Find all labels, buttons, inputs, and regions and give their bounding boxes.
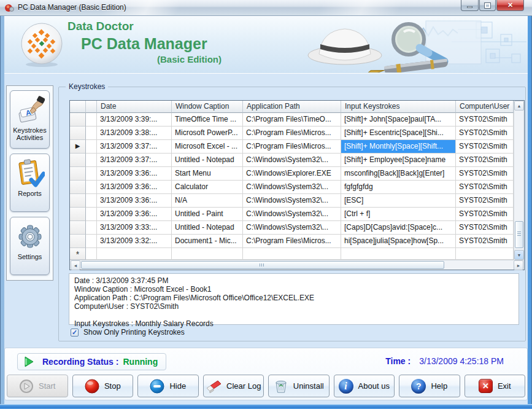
- start-button[interactable]: Start: [7, 375, 68, 397]
- table-cell[interactable]: [97, 248, 172, 260]
- table-cell[interactable]: [86, 235, 97, 248]
- table-cell[interactable]: SYST02\Smith: [456, 113, 514, 127]
- table-cell[interactable]: [86, 154, 97, 167]
- hide-button[interactable]: Hide: [137, 375, 199, 397]
- row-selector[interactable]: [70, 181, 86, 194]
- table-row[interactable]: 3/13/2009 3:37:...Untitled - NotepadC:\W…: [70, 154, 514, 167]
- table-cell[interactable]: [341, 248, 456, 260]
- vertical-scrollbar[interactable]: ▲ ▼: [514, 101, 524, 260]
- table-cell[interactable]: [86, 248, 97, 260]
- clear-log-button[interactable]: Clear Log: [203, 375, 264, 397]
- horizontal-scrollbar[interactable]: ◄ ►: [70, 260, 524, 270]
- table-cell[interactable]: 3/13/2009 3:38:...: [97, 127, 172, 140]
- table-cell[interactable]: Untitled - Notepad: [172, 154, 243, 167]
- table-cell[interactable]: C:\Windows\System32\...: [243, 181, 341, 194]
- scroll-right-icon[interactable]: ►: [514, 260, 523, 270]
- uninstall-button[interactable]: Uninstall: [268, 375, 330, 397]
- table-cell[interactable]: [243, 248, 341, 260]
- table-cell[interactable]: SYST02\Smith: [456, 221, 514, 235]
- table-cell[interactable]: SYST02\Smith: [456, 140, 514, 154]
- table-cell[interactable]: [86, 221, 97, 235]
- table-cell[interactable]: [86, 127, 97, 140]
- column-header-input-keystrokes[interactable]: Input Keystrokes: [341, 101, 456, 113]
- table-cell[interactable]: 3/13/2009 3:33:...: [97, 221, 172, 235]
- table-cell[interactable]: 3/13/2009 3:36:...: [97, 194, 172, 208]
- table-row[interactable]: 3/13/2009 3:32:...Document1 - Mic...C:\P…: [70, 235, 514, 248]
- table-cell[interactable]: C:\Windows\Explorer.EXE: [243, 167, 341, 181]
- row-selector[interactable]: [70, 208, 86, 221]
- table-cell[interactable]: C:\Windows\System32\...: [243, 154, 341, 167]
- table-cell[interactable]: TimeOffice Time ...: [172, 113, 243, 127]
- table-cell[interactable]: 3/13/2009 3:37:...: [97, 140, 172, 154]
- sidebar-item-keystrokes-activities[interactable]: A Keystrokes Activities: [10, 90, 50, 149]
- table-cell[interactable]: [Shift]+ John[Space]paul[TA...: [341, 113, 456, 127]
- table-cell[interactable]: Microsoft PowerP...: [172, 127, 243, 140]
- scroll-left-icon[interactable]: ◄: [71, 260, 80, 270]
- help-button[interactable]: ? Help: [399, 375, 460, 397]
- sidebar-item-settings[interactable]: Settings: [10, 217, 50, 275]
- table-cell[interactable]: C:\Program Files\TimeO...: [243, 113, 341, 127]
- table-cell[interactable]: SYST02\Smith: [456, 235, 514, 248]
- table-cell[interactable]: [Shift]+ Employee[Space]name: [341, 154, 456, 167]
- table-cell[interactable]: hi[Space]julia[Space]how[Sp...: [341, 235, 456, 248]
- table-cell[interactable]: Microsoft Excel - ...: [172, 140, 243, 154]
- row-selector[interactable]: [70, 113, 86, 127]
- horizontal-scroll-thumb[interactable]: [81, 261, 444, 269]
- table-cell[interactable]: [172, 248, 243, 260]
- table-cell[interactable]: SYST02\Smith: [456, 127, 514, 140]
- table-row[interactable]: 3/13/2009 3:33:...Untitled - NotepadC:\W…: [70, 221, 514, 235]
- table-cell[interactable]: C:\Program Files\Micros...: [243, 235, 341, 248]
- table-cell[interactable]: Document1 - Mic...: [172, 235, 243, 248]
- scroll-down-icon[interactable]: ▼: [514, 250, 524, 260]
- row-selector[interactable]: [70, 167, 86, 181]
- row-selector[interactable]: [70, 194, 86, 208]
- column-header-date[interactable]: Date: [97, 101, 172, 113]
- table-cell[interactable]: [86, 167, 97, 181]
- table-cell[interactable]: [ESC]: [341, 194, 456, 208]
- table-cell[interactable]: 3/13/2009 3:36:...: [97, 208, 172, 221]
- table-cell[interactable]: fgfgfgfdg: [341, 181, 456, 194]
- table-cell[interactable]: msconfihg[Back][Back]g[Enter]: [341, 167, 456, 181]
- table-cell[interactable]: [86, 181, 97, 194]
- table-cell[interactable]: Start Menu: [172, 167, 243, 181]
- close-button[interactable]: ✕: [496, 0, 524, 11]
- table-cell[interactable]: 3/13/2009 3:39:...: [97, 113, 172, 127]
- table-row[interactable]: *: [70, 248, 514, 260]
- table-cell[interactable]: [Shift]+ Escentric[Space][Shi...: [341, 127, 456, 140]
- table-row[interactable]: 3/13/2009 3:36:...N/AC:\Windows\System32…: [70, 194, 514, 208]
- table-cell[interactable]: [Caps]D[Caps]avid:[Space]c...: [341, 221, 456, 235]
- table-cell[interactable]: Calculator: [172, 181, 243, 194]
- table-row[interactable]: ▶3/13/2009 3:37:...Microsoft Excel - ...…: [70, 140, 514, 154]
- table-cell[interactable]: C:\Program Files\Micros...: [243, 140, 341, 154]
- sidebar-item-reports[interactable]: Reports: [10, 154, 50, 212]
- table-cell[interactable]: [Shift]+ Monthly[Space][Shift...: [341, 140, 456, 154]
- maximize-button[interactable]: [479, 0, 496, 11]
- row-selector[interactable]: ▶: [70, 140, 86, 154]
- row-selector[interactable]: [70, 127, 86, 140]
- title-bar[interactable]: PC Data Manager (Basic Edition) ✕: [0, 0, 532, 16]
- row-selector[interactable]: [70, 235, 86, 248]
- table-cell[interactable]: SYST02\Smith: [456, 208, 514, 221]
- exit-button[interactable]: ✕ Exit: [465, 375, 526, 397]
- table-cell[interactable]: 3/13/2009 3:36:...: [97, 167, 172, 181]
- scroll-up-icon[interactable]: ▲: [514, 101, 524, 111]
- table-cell[interactable]: SYST02\Smith: [456, 194, 514, 208]
- vertical-scroll-thumb[interactable]: [515, 221, 523, 248]
- row-selector[interactable]: [70, 154, 86, 167]
- about-us-button[interactable]: i About us: [334, 375, 395, 397]
- table-cell[interactable]: SYST02\Smith: [456, 181, 514, 194]
- table-cell[interactable]: [86, 140, 97, 154]
- table-cell[interactable]: C:\Program Files\Micros...: [243, 127, 341, 140]
- table-row[interactable]: 3/13/2009 3:39:...TimeOffice Time ...C:\…: [70, 113, 514, 127]
- row-selector[interactable]: *: [70, 248, 86, 260]
- table-row[interactable]: 3/13/2009 3:36:...Untitled - PaintC:\Win…: [70, 208, 514, 221]
- table-cell[interactable]: N/A: [172, 194, 243, 208]
- table-cell[interactable]: [86, 194, 97, 208]
- table-row[interactable]: 3/13/2009 3:38:...Microsoft PowerP...C:\…: [70, 127, 514, 140]
- table-cell[interactable]: [456, 248, 514, 260]
- minimize-button[interactable]: [461, 0, 479, 11]
- table-row[interactable]: 3/13/2009 3:36:...CalculatorC:\Windows\S…: [70, 181, 514, 194]
- table-cell[interactable]: [86, 208, 97, 221]
- column-header-window-caption[interactable]: Window Caption: [172, 101, 243, 113]
- table-row[interactable]: 3/13/2009 3:36:...Start MenuC:\Windows\E…: [70, 167, 514, 181]
